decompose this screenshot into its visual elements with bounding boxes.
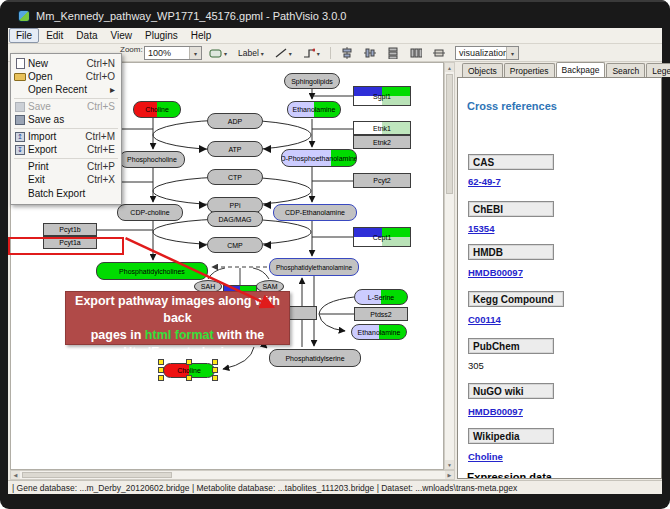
vertical-scroll-thumb[interactable] [446, 74, 453, 194]
tab-objects[interactable]: Objects [462, 63, 503, 77]
node-l-serine[interactable]: L-Serine [354, 289, 408, 305]
node-ptdss2[interactable]: Ptdss2 [354, 307, 408, 321]
save-disk-icon [12, 102, 28, 112]
link-cas-value[interactable]: 62-49-7 [468, 176, 501, 187]
visualization-combobox[interactable]: visualization ▾ [455, 46, 519, 60]
section-chebi: ChEBI [468, 201, 554, 217]
node-phosphatidylcholines[interactable]: Phosphatidylcholines [96, 262, 208, 280]
node-adp[interactable]: ADP [207, 113, 263, 129]
menu-help[interactable]: Help [185, 29, 218, 42]
chevron-down-icon[interactable]: ▾ [189, 47, 201, 59]
tab-search[interactable]: Search [606, 63, 645, 77]
menu-item-open-recent[interactable]: Open Recent ▸ [12, 83, 120, 96]
selection-handle[interactable] [212, 375, 218, 381]
tab-legend[interactable]: Legend [646, 63, 670, 77]
menu-item-save[interactable]: Save Ctrl+S [12, 100, 120, 113]
selection-handle[interactable] [158, 367, 164, 373]
selection-handle[interactable] [158, 375, 164, 381]
menu-item-new[interactable]: New Ctrl+N [12, 57, 120, 70]
pubchem-value: 305 [468, 360, 484, 371]
toolbar-separator [330, 47, 331, 59]
zoom-combobox[interactable]: 100% ▾ [144, 46, 202, 60]
node-pcyt1b[interactable]: Pcyt1b [43, 223, 97, 236]
chevron-down-icon[interactable]: ▾ [506, 47, 518, 59]
menu-item-save-as[interactable]: Save as [12, 113, 120, 126]
menu-plugins[interactable]: Plugins [139, 29, 184, 42]
add-datanode-button[interactable]: ▾ [206, 46, 230, 60]
node-ctp[interactable]: CTP [207, 169, 263, 185]
link-hmdb-value[interactable]: HMDB00097 [468, 267, 523, 278]
scroll-left-icon[interactable]: ◀ [11, 471, 20, 479]
menu-item-batch-export[interactable]: Batch Export [12, 187, 120, 200]
node-phosphatidylethanolamine[interactable]: Phosphatidylethanolamine [269, 258, 359, 276]
node-etnk1[interactable]: Etnk1 [353, 121, 411, 135]
chevron-down-icon: ▾ [289, 50, 292, 57]
link-wikipedia-value[interactable]: Choline [468, 451, 503, 462]
canvas-horizontal-scrollbar[interactable]: ◀ ▶ [10, 470, 455, 480]
align-center-x-button[interactable] [338, 46, 356, 60]
section-hmdb: HMDB [468, 244, 554, 260]
open-folder-icon [12, 73, 28, 81]
node-cept1[interactable]: Cept1 [353, 227, 411, 247]
save-as-disk-icon [12, 115, 28, 125]
chevron-down-icon: ▾ [317, 50, 320, 57]
node-cmp[interactable]: CMP [207, 237, 263, 253]
canvas-vertical-scrollbar[interactable]: ▲ ▼ [444, 62, 455, 470]
app-window: Mm_Kennedy_pathway_WP1771_45176.gpml - P… [0, 0, 670, 509]
node-choline-top[interactable]: Choline [133, 101, 181, 118]
section-pubchem: PubChem [468, 338, 554, 354]
match-width-button[interactable] [430, 46, 448, 60]
node-o-phosphoethanolamine[interactable]: O-Phosphoethanolamine [281, 149, 357, 167]
stack-horizontal-icon [410, 47, 422, 59]
cross-references-header: Cross references [467, 100, 557, 112]
title-bar[interactable]: Mm_Kennedy_pathway_WP1771_45176.gpml - P… [8, 6, 662, 26]
menu-edit[interactable]: Edit [40, 29, 69, 42]
scroll-down-icon[interactable]: ▼ [445, 460, 454, 469]
tab-backpage[interactable]: Backpage [556, 62, 606, 77]
node-gene-partial-pisd[interactable] [287, 306, 317, 320]
node-phosphocholine[interactable]: Phosphocholine [119, 151, 185, 168]
menu-view[interactable]: View [104, 29, 138, 42]
add-line-button[interactable]: ▾ [272, 46, 295, 60]
horizontal-scroll-thumb[interactable] [22, 472, 172, 478]
callout-highlight: html format [145, 328, 214, 342]
align-center-y-button[interactable] [361, 46, 379, 60]
add-connector-button[interactable]: ▾ [300, 46, 323, 60]
node-ethanolamine-top[interactable]: Ethanolamine [287, 101, 341, 118]
menu-item-open[interactable]: Open Ctrl+O [12, 70, 120, 83]
line-icon [275, 48, 287, 58]
node-sgpl1[interactable]: Sgpl1 [353, 86, 411, 106]
section-wikipedia: Wikipedia [468, 428, 554, 444]
node-cdp-choline[interactable]: CDP-choline [117, 204, 183, 221]
link-chebi-value[interactable]: 15354 [468, 223, 494, 234]
tab-properties[interactable]: Properties [504, 63, 555, 77]
link-nugo-value[interactable]: HMDB00097 [468, 406, 523, 417]
menu-item-export[interactable]: ↧ Export Ctrl+E [12, 143, 120, 156]
menu-data[interactable]: Data [70, 29, 103, 42]
menu-item-exit[interactable]: Exit Ctrl+X [12, 173, 120, 186]
selection-handle[interactable] [212, 367, 218, 373]
menu-separator [14, 158, 118, 159]
add-label-button[interactable]: Label ▾ [235, 46, 267, 60]
node-sphingolipids[interactable]: Sphingolipids [284, 73, 340, 89]
menu-file[interactable]: File [9, 28, 39, 43]
scroll-right-icon[interactable]: ▶ [445, 471, 454, 479]
selection-handle[interactable] [186, 375, 192, 381]
node-dag-mag[interactable]: DAG/MAG [207, 211, 263, 227]
stack-horizontal-button[interactable] [407, 46, 425, 60]
export-icon: ↧ [12, 145, 28, 155]
menu-item-import[interactable]: ↥ Import Ctrl+M [12, 130, 120, 143]
connector-icon [303, 48, 315, 59]
scroll-up-icon[interactable]: ▲ [445, 63, 454, 72]
stack-vertical-button[interactable] [384, 46, 402, 60]
side-panel: Objects Properties Backpage Search Legen… [457, 62, 662, 479]
node-ethanolamine-bottom[interactable]: Ethanolamine [351, 324, 407, 340]
node-etnk2[interactable]: Etnk2 [353, 135, 411, 149]
menu-item-print[interactable]: Print Ctrl+P [12, 160, 120, 173]
node-pcyt2[interactable]: Pcyt2 [353, 173, 411, 188]
annotation-callout: Export pathway images along with back pa… [65, 291, 290, 345]
link-kegg-value[interactable]: C00114 [468, 314, 501, 325]
submenu-arrow-icon: ▸ [110, 84, 120, 95]
node-cdp-ethanolamine[interactable]: CDP-Ethanolamine [273, 204, 357, 221]
node-atp[interactable]: ATP [207, 141, 263, 157]
